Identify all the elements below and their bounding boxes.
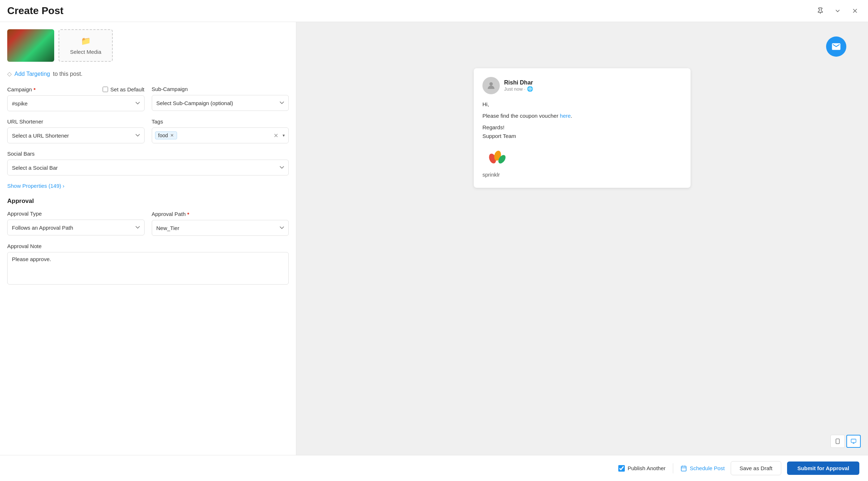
tag-food-remove[interactable]: ✕ xyxy=(170,133,174,138)
target-icon: ◇ xyxy=(7,70,12,77)
url-shortener-label: URL Shortener xyxy=(7,118,145,125)
approval-type-path-row: Approval Type Follows an Approval Path A… xyxy=(7,211,289,236)
sprinklr-logo-svg xyxy=(482,145,511,166)
approval-section-label: Approval xyxy=(7,198,289,205)
close-button[interactable] xyxy=(849,5,861,17)
calendar-icon xyxy=(680,465,687,472)
social-bars-row: Social Bars Select a Social Bar xyxy=(7,151,289,176)
tags-clear-all[interactable]: ✕ xyxy=(274,132,278,139)
email-body: Hi, Please find the coupon voucher here.… xyxy=(482,100,682,179)
social-bars-label: Social Bars xyxy=(7,151,289,157)
media-section: 📁 Select Media xyxy=(7,29,289,62)
approval-note-group: Approval Note Please approve. xyxy=(7,243,289,286)
approval-type-group: Approval Type Follows an Approval Path xyxy=(7,211,145,236)
mobile-view-button[interactable] xyxy=(830,435,845,448)
sub-campaign-label: Sub-Campaign xyxy=(152,86,289,92)
show-properties-label: Show Properties (149) xyxy=(7,183,61,189)
tags-input-container[interactable]: food ✕ ✕ ▾ xyxy=(152,127,289,143)
approval-note-textarea[interactable]: Please approve. xyxy=(7,252,289,285)
email-preview-card: Rishi Dhar Just now · 🌐 Hi, Please find … xyxy=(474,68,691,188)
set-as-default-checkbox[interactable] xyxy=(103,87,108,92)
email-line-regards: Regards! Support Team xyxy=(482,123,682,140)
modal-footer: Publish Another Schedule Post Save as Dr… xyxy=(0,455,868,481)
sprinklr-text: sprinklr xyxy=(482,170,682,179)
campaign-group: Campaign • Set as Default #spike xyxy=(7,86,145,111)
social-bars-select[interactable]: Select a Social Bar xyxy=(7,160,289,176)
campaign-select[interactable]: #spike xyxy=(7,95,145,111)
social-bars-group: Social Bars Select a Social Bar xyxy=(7,151,289,176)
show-properties-link[interactable]: Show Properties (149) › xyxy=(7,183,289,189)
email-icon xyxy=(831,42,841,52)
set-as-default-wrapper: Set as Default xyxy=(103,86,144,92)
set-as-default-label[interactable]: Set as Default xyxy=(110,86,144,92)
email-preview-header: Rishi Dhar Just now · 🌐 xyxy=(482,77,682,94)
sender-info: Rishi Dhar Just now · 🌐 xyxy=(504,79,533,92)
select-media-label: Select Media xyxy=(70,49,102,55)
footer-divider1 xyxy=(673,463,673,473)
tag-food: food ✕ xyxy=(155,131,177,139)
approval-type-select[interactable]: Follows an Approval Path xyxy=(7,220,145,235)
tag-food-text: food xyxy=(158,133,168,138)
modal-body: 📁 Select Media ◇ Add Targeting to this p… xyxy=(0,22,868,455)
right-panel: Rishi Dhar Just now · 🌐 Hi, Please find … xyxy=(296,22,868,455)
approval-path-group: Approval Path • New_Tier xyxy=(152,211,289,236)
email-icon-circle xyxy=(826,36,846,57)
left-panel: 📁 Select Media ◇ Add Targeting to this p… xyxy=(0,22,296,455)
globe-icon: 🌐 xyxy=(527,86,533,92)
submit-approval-button[interactable]: Submit for Approval xyxy=(787,462,859,475)
approval-path-label: Approval Path • xyxy=(152,211,289,217)
tags-label: Tags xyxy=(152,118,289,125)
publish-another-label: Publish Another xyxy=(628,465,666,471)
url-shortener-group: URL Shortener Select a URL Shortener xyxy=(7,118,145,143)
save-draft-button[interactable]: Save as Draft xyxy=(731,461,782,475)
campaign-required: • xyxy=(33,86,35,92)
approval-path-required: • xyxy=(187,211,189,217)
approval-type-label: Approval Type xyxy=(7,211,145,217)
add-targeting-link[interactable]: Add Targeting xyxy=(14,71,50,77)
sub-campaign-select[interactable]: Select Sub-Campaign (optional) xyxy=(152,95,289,111)
svg-rect-7 xyxy=(836,439,839,443)
page-title: Create Post xyxy=(7,5,64,17)
publish-another-wrapper[interactable]: Publish Another xyxy=(618,465,666,472)
avatar xyxy=(482,77,500,94)
svg-rect-12 xyxy=(681,466,686,471)
sender-name: Rishi Dhar xyxy=(504,79,533,86)
sub-campaign-group: Sub-Campaign Select Sub-Campaign (option… xyxy=(152,86,289,111)
thumbnail-image xyxy=(7,29,54,62)
select-media-button[interactable]: 📁 Select Media xyxy=(59,29,113,62)
sender-meta: Just now · 🌐 xyxy=(504,86,533,92)
modal-header: Create Post xyxy=(0,0,868,22)
url-tags-row: URL Shortener Select a URL Shortener Tag… xyxy=(7,118,289,143)
tags-group: Tags food ✕ ✕ ▾ xyxy=(152,118,289,143)
media-upload-icon: 📁 xyxy=(81,36,91,46)
view-toggle xyxy=(830,435,861,448)
campaign-label: Campaign • Set as Default xyxy=(7,86,145,92)
schedule-post-button[interactable]: Schedule Post xyxy=(680,465,725,472)
targeting-suffix: to this post. xyxy=(53,71,82,77)
show-properties-chevron: › xyxy=(63,183,64,189)
email-line-hi: Hi, xyxy=(482,100,682,109)
svg-rect-9 xyxy=(851,439,856,442)
collapse-button[interactable] xyxy=(832,5,843,17)
schedule-post-label: Schedule Post xyxy=(690,465,725,471)
svg-point-3 xyxy=(489,82,493,86)
media-thumbnail xyxy=(7,29,54,62)
pin-button[interactable] xyxy=(815,5,826,17)
approval-path-select[interactable]: New_Tier xyxy=(152,220,289,236)
desktop-view-button[interactable] xyxy=(846,435,861,448)
publish-another-checkbox[interactable] xyxy=(618,465,625,472)
url-shortener-select[interactable]: Select a URL Shortener xyxy=(7,127,145,143)
email-line-coupon: Please find the coupon voucher here. xyxy=(482,112,682,120)
tags-chevron-icon: ▾ xyxy=(283,133,285,138)
approval-note-label: Approval Note xyxy=(7,243,289,249)
campaign-row: Campaign • Set as Default #spike Sub-Cam… xyxy=(7,86,289,111)
add-targeting-row: ◇ Add Targeting to this post. xyxy=(7,70,289,77)
header-actions xyxy=(815,5,861,17)
sprinklr-logo-area: sprinklr xyxy=(482,145,682,179)
email-link[interactable]: here xyxy=(560,113,571,119)
